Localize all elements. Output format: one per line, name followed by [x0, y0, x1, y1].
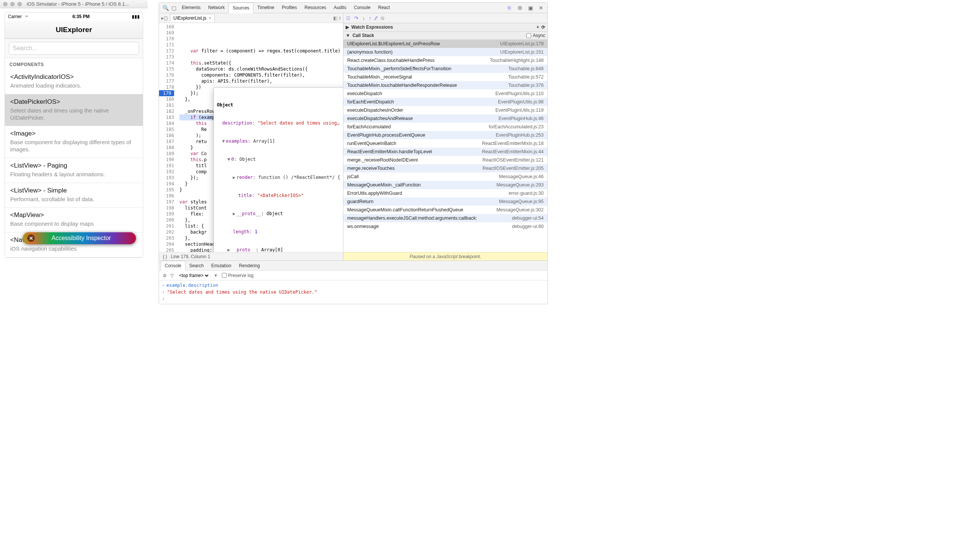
tab-console[interactable]: Console [350, 3, 374, 13]
callstack-row[interactable]: UIExplorerList.$UIExplorerList_onPressRo… [344, 40, 547, 48]
list-item-title: <ListView> - Paging [10, 162, 137, 170]
page-title: UIExplorer [56, 26, 92, 34]
braces-icon[interactable]: { } [163, 254, 167, 259]
pause-toggle-icon[interactable]: ⦀ [339, 16, 341, 21]
callstack-row[interactable]: messageHandlers.executeJSCall:method:arg… [344, 214, 547, 222]
list-item[interactable]: <ListView> - Simple Performant, scrollab… [5, 183, 143, 208]
tab-audits[interactable]: Audits [330, 3, 350, 13]
mac-titlebar[interactable]: iOS Simulator - iPhone 5 - iPhone 5 / iO… [0, 0, 148, 8]
callstack-row[interactable]: EventPluginHub.processEventQueueEventPlu… [344, 131, 547, 139]
file-tab[interactable]: UIExplorerList.js × [170, 14, 215, 22]
list-item[interactable]: <MapView> Base component to display maps [5, 208, 143, 233]
callstack-row[interactable]: (anonymous function)UIExplorerList.js:15… [344, 48, 547, 56]
callstack-row[interactable]: merge._receiveRootNodeIDEventReactIOSEve… [344, 156, 547, 164]
popover-key: length: [233, 229, 252, 235]
step-into-icon[interactable]: ↓ [362, 15, 365, 21]
watch-expressions-header[interactable]: ▶ Watch Expressions + ⟳ [344, 23, 547, 31]
disclosure-icon[interactable]: ▶ [228, 247, 231, 252]
tab-elements[interactable]: Elements [178, 3, 204, 13]
dock-icon[interactable]: ▣ [526, 5, 535, 11]
search-icon[interactable]: 🔍 [161, 5, 170, 11]
popover-val: : Array[0] [256, 247, 283, 252]
popover-val: function () /*ReactElement*/ { [258, 175, 340, 180]
traffic-close-icon[interactable] [3, 2, 8, 6]
disclosure-icon[interactable]: ▼ [346, 33, 350, 38]
tab-react[interactable]: React [374, 3, 394, 13]
callstack-row[interactable]: TouchableMixin.touchableHandleResponderR… [344, 81, 547, 89]
callstack-row[interactable]: MessageQueueMixin._callFunctionMessageQu… [344, 181, 547, 189]
list-item-sub: Select dates and times using the native … [10, 107, 137, 122]
call-stack-header[interactable]: ▼ Call Stack Async [344, 31, 547, 40]
callstack-row[interactable]: forEachAccumulatedforEachAccumulated.js:… [344, 123, 547, 131]
popover-val: 1 [255, 229, 257, 235]
disclosure-icon[interactable]: ▶ [233, 211, 237, 217]
console-drawer: Console Search Emulation Rendering ⊘ ▽ <… [159, 260, 547, 304]
callstack-row[interactable]: forEachEventDispatchEventPluginUtils.js:… [344, 98, 547, 106]
component-list[interactable]: <ActivityIndicatorIOS> Animated loading … [5, 70, 143, 257]
add-icon[interactable]: + [536, 25, 539, 30]
preserve-log-checkbox[interactable]: Preserve log [222, 273, 253, 278]
devtools-window: 🔍 ▢ Elements Network Sources Timeline Pr… [159, 2, 548, 304]
refresh-icon[interactable]: ⟳ [541, 25, 545, 30]
step-out-icon[interactable]: ↑ [369, 15, 371, 21]
list-item[interactable]: <Image> Base component for displaying di… [5, 126, 143, 158]
list-item[interactable]: <DatePickerIOS> Select dates and times u… [5, 94, 143, 127]
callstack-row[interactable]: runEventQueueInBatchReactEventEmitterMix… [344, 139, 547, 147]
clear-console-icon[interactable]: ⊘ [163, 273, 167, 278]
callstack-row[interactable]: TouchableMixin._receiveSignalTouchable.j… [344, 73, 547, 81]
deactivate-breakpoints-icon[interactable]: ⁄⁄ [375, 15, 377, 21]
pause-exceptions-icon[interactable]: ⦸ [381, 15, 384, 21]
resume-icon[interactable]: ▶⃓ [347, 15, 350, 21]
tab-network[interactable]: Network [204, 3, 229, 13]
pretty-print-icon[interactable]: ◧ [333, 16, 337, 21]
callstack-row[interactable]: guardReturnMessageQueue.js:95 [344, 197, 547, 206]
line-number-gutter[interactable]: 1681691701711721731741751761771781791801… [159, 23, 177, 252]
drawer-tab-console[interactable]: Console [161, 261, 186, 271]
drawer-tab-search[interactable]: Search [186, 261, 207, 270]
callstack-row[interactable]: executeDispatchesAndReleaseEventPluginHu… [344, 114, 547, 123]
code-body[interactable]: Object description: "Select dates and ti… [177, 23, 343, 252]
list-item[interactable]: <ListView> - Paging Floating headers & l… [5, 158, 143, 183]
accessibility-inspector-pill[interactable]: ✕ Accessibility Inspector [23, 232, 136, 244]
callstack-row[interactable]: ws.onmessagedebugger-ui:80 [344, 222, 547, 231]
disclosure-icon[interactable]: ▶ [233, 174, 237, 181]
callstack-row[interactable]: TouchableMixin._performSideEffectsForTra… [344, 65, 547, 73]
tab-resources[interactable]: Resources [301, 3, 330, 13]
drawer-toggle-icon[interactable]: ⎘ [505, 5, 514, 11]
callstack-row[interactable]: merge.receiveTouchesReactIOSEventEmitter… [344, 164, 547, 173]
callstack-row[interactable]: MessageQueueMixin.callFunctionReturnFlus… [344, 206, 547, 214]
callstack-row[interactable]: ErrorUtils.applyWithGuarderror-guard.js:… [344, 189, 547, 197]
close-tab-icon[interactable]: × [208, 16, 211, 21]
device-icon[interactable]: ▢ [170, 5, 178, 11]
list-item-sub: Base component for displaying different … [10, 139, 137, 153]
callstack-row[interactable]: React.createClass.touchableHandlePressTo… [344, 56, 547, 65]
search-input[interactable] [9, 42, 139, 55]
filter-icon[interactable]: ▽ [170, 273, 174, 278]
nav-toggle-icon[interactable]: ▸▢ [161, 16, 168, 21]
call-stack-list[interactable]: UIExplorerList.$UIExplorerList_onPressRo… [344, 40, 547, 252]
value-popover[interactable]: Object description: "Select dates and ti… [213, 87, 343, 252]
disclosure-icon[interactable]: ▼ [222, 138, 226, 144]
drawer-tab-emulation[interactable]: Emulation [207, 261, 235, 270]
callstack-row[interactable]: ReactEventEmitterMixin.handleTopLevelRea… [344, 147, 547, 156]
tab-profiles[interactable]: Profiles [278, 3, 301, 13]
callstack-row[interactable]: jsCallMessageQueue.js:46 [344, 173, 547, 181]
list-item[interactable]: <ActivityIndicatorIOS> Animated loading … [5, 70, 143, 94]
callstack-row[interactable]: executeDispatchEventPluginUtils.js:110 [344, 89, 547, 98]
tab-timeline[interactable]: Timeline [253, 3, 278, 13]
settings-gear-icon[interactable]: ⚙ [516, 5, 524, 11]
step-over-icon[interactable]: ↷ [354, 15, 358, 21]
window-title: iOS Simulator - iPhone 5 - iPhone 5 / iO… [11, 1, 145, 7]
console-body[interactable]: ›example.description ‹"Select dates and … [159, 281, 547, 304]
callstack-row[interactable]: executeDispatchesInOrderEventPluginUtils… [344, 106, 547, 114]
frame-select[interactable]: <top frame> [178, 273, 210, 279]
list-item-sub: Floating headers & layout animations. [10, 171, 137, 178]
disclosure-icon[interactable]: ▶ [346, 25, 349, 30]
code-editor[interactable]: 1681691701711721731741751761771781791801… [159, 23, 343, 252]
close-devtools-icon[interactable]: ✕ [537, 5, 545, 11]
popover-val: Object [240, 157, 256, 162]
disclosure-icon[interactable]: ▼ [228, 156, 231, 162]
tab-sources[interactable]: Sources [229, 3, 253, 13]
async-checkbox[interactable]: Async [526, 33, 545, 38]
drawer-tab-rendering[interactable]: Rendering [235, 261, 263, 270]
